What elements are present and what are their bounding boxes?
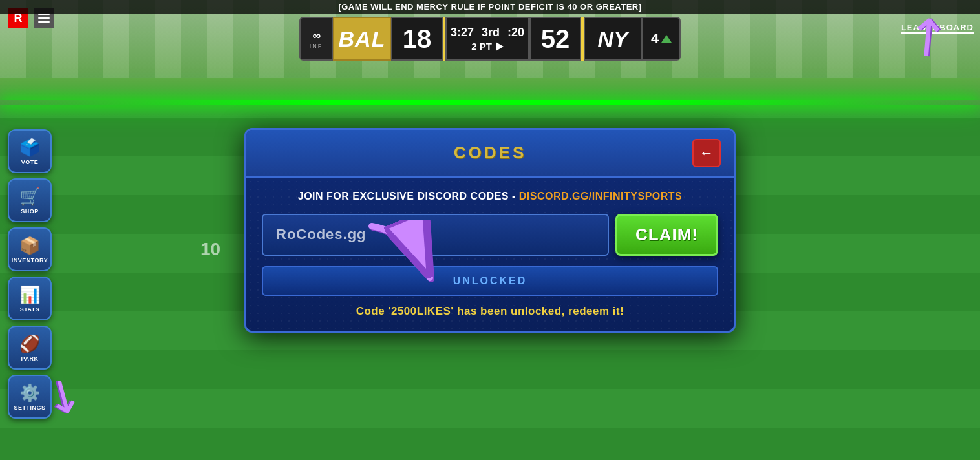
modal-header: CODES ← <box>246 130 734 178</box>
code-input-field[interactable] <box>262 214 609 256</box>
discord-banner: JOIN FOR EXCLUSIVE DISCORD CODES - DISCO… <box>262 191 718 202</box>
modal-close-button[interactable]: ← <box>692 139 721 167</box>
codes-modal: CODES ← JOIN FOR EXCLUSIVE DISCORD CODES… <box>244 128 736 333</box>
discord-link[interactable]: DISCORD.GG/INFINITYSPORTS <box>519 191 683 202</box>
discord-text: JOIN FOR EXCLUSIVE DISCORD CODES - <box>298 191 519 202</box>
modal-title: CODES <box>288 143 692 163</box>
claim-button[interactable]: CLAIM! <box>615 214 718 256</box>
unlock-message: Code '2500LIKES' has been unlocked, rede… <box>262 305 718 318</box>
code-input-row: CLAIM! <box>262 214 718 256</box>
modal-overlay: CODES ← JOIN FOR EXCLUSIVE DISCORD CODES… <box>0 0 980 460</box>
back-arrow-icon: ← <box>699 145 714 162</box>
modal-body: JOIN FOR EXCLUSIVE DISCORD CODES - DISCO… <box>246 178 734 331</box>
unlocked-bar: UNLOCKED <box>262 266 718 296</box>
